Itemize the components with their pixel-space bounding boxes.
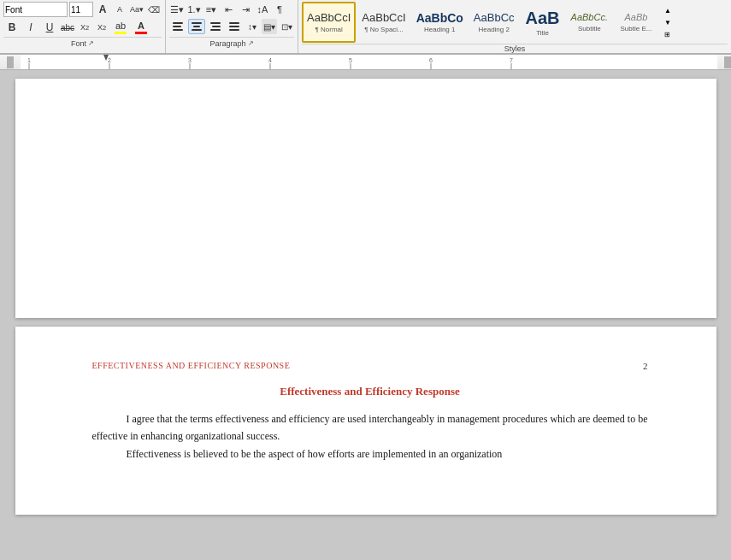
font-section-label: Font ↗ xyxy=(3,37,162,49)
style-subtle[interactable]: AaBb Subtle E... xyxy=(614,2,658,43)
page-2-content: EFFECTIVENESS AND EFFICIENCY RESPONSE 2 … xyxy=(15,327,716,515)
underline-button[interactable]: U xyxy=(41,19,58,36)
decrease-indent-button[interactable]: ⇤ xyxy=(221,2,236,17)
multilevel-button[interactable]: ≡▾ xyxy=(203,2,219,17)
align-right-button[interactable] xyxy=(207,19,224,34)
styles-section-label: Styles xyxy=(302,44,728,53)
page-number: 2 xyxy=(643,361,648,371)
style-title-preview: AaB xyxy=(526,8,560,28)
shading-button[interactable]: ▤▾ xyxy=(262,19,277,34)
increase-indent-button[interactable]: ⇥ xyxy=(238,2,253,17)
clear-format-button[interactable]: ⌫ xyxy=(146,2,162,17)
borders-button[interactable]: ⊡▾ xyxy=(279,19,294,34)
styles-row: AaBbCcI ¶ Normal AaBbCcI ¶ No Spaci... A… xyxy=(302,2,728,43)
italic-button[interactable]: I xyxy=(22,19,39,36)
style-normal[interactable]: AaBbCcI ¶ Normal xyxy=(302,2,356,43)
para-row1: ☰▾ 1.▾ ≡▾ ⇤ ⇥ ↕A ¶ xyxy=(169,2,294,17)
styles-scroll: ▲ ▼ ⊞ xyxy=(660,2,675,43)
font-color-button[interactable]: A xyxy=(132,20,150,35)
doc-paragraph-1: I agree that the terms effectiveness and… xyxy=(92,410,648,445)
style-heading1[interactable]: AaBbCo Heading 1 xyxy=(412,2,468,43)
style-title[interactable]: AaB Title xyxy=(521,2,565,43)
highlight-button[interactable]: ab xyxy=(111,20,130,35)
doc-body: I agree that the terms effectiveness and… xyxy=(92,410,648,463)
ribbon: A A Aa▾ ⌫ B I U abc X2 X2 ab A xyxy=(0,0,731,70)
svg-text:1: 1 xyxy=(27,57,31,63)
sort-button[interactable]: ↕A xyxy=(255,2,270,17)
font-size-input[interactable] xyxy=(69,2,93,17)
para-row2: ↕▾ ▤▾ ⊡▾ xyxy=(169,19,294,34)
show-marks-button[interactable]: ¶ xyxy=(272,2,287,17)
bold-button[interactable]: B xyxy=(3,19,21,36)
style-nospace[interactable]: AaBbCcI ¶ No Spaci... xyxy=(357,2,410,43)
svg-text:6: 6 xyxy=(429,57,433,63)
page-2: EFFECTIVENESS AND EFFICIENCY RESPONSE 2 … xyxy=(15,327,716,515)
svg-text:4: 4 xyxy=(268,57,272,63)
para-expand-icon[interactable]: ↗ xyxy=(248,39,254,47)
strikethrough-button[interactable]: abc xyxy=(60,20,75,35)
doc-header: EFFECTIVENESS AND EFFICIENCY RESPONSE 2 xyxy=(92,361,648,371)
style-normal-preview: AaBbCcI xyxy=(307,11,351,25)
font-row1: A A Aa▾ ⌫ xyxy=(3,2,162,17)
style-nospace-preview: AaBbCcI xyxy=(362,11,405,25)
ruler: 1 2 3 4 5 6 7 xyxy=(0,55,731,70)
svg-text:5: 5 xyxy=(349,57,352,63)
styles-scroll-down[interactable]: ▼ xyxy=(662,17,674,27)
line-spacing-button[interactable]: ↕▾ xyxy=(245,19,260,34)
font-row2: B I U abc X2 X2 ab A xyxy=(3,19,162,36)
styles-section: AaBbCcI ¶ Normal AaBbCcI ¶ No Spaci... A… xyxy=(298,0,731,53)
subscript-button[interactable]: X2 xyxy=(77,20,92,35)
superscript-button[interactable]: X2 xyxy=(94,20,109,35)
header-title: EFFECTIVENESS AND EFFICIENCY RESPONSE xyxy=(92,361,291,370)
align-center-button[interactable] xyxy=(188,19,205,34)
doc-paragraph-2: Effectiveness is believed to be the aspe… xyxy=(92,445,648,463)
ribbon-main: A A Aa▾ ⌫ B I U abc X2 X2 ab A xyxy=(0,0,731,55)
page-1 xyxy=(15,79,716,318)
style-subtitle[interactable]: AaBbCc. Subtitle xyxy=(567,2,612,43)
styles-expand[interactable]: ⊞ xyxy=(662,29,674,39)
styles-scroll-up[interactable]: ▲ xyxy=(662,5,674,15)
style-subtitle-preview: AaBbCc. xyxy=(571,12,608,23)
bullets-button[interactable]: ☰▾ xyxy=(169,2,185,17)
numbering-button[interactable]: 1.▾ xyxy=(186,2,202,17)
paragraph-section: ☰▾ 1.▾ ≡▾ ⇤ ⇥ ↕A ¶ xyxy=(166,0,298,53)
style-heading2[interactable]: AaBbCc Heading 2 xyxy=(469,2,519,43)
shrink-font-button[interactable]: A xyxy=(112,2,127,17)
align-left-button[interactable] xyxy=(169,19,186,34)
style-h1-preview: AaBbCo xyxy=(416,11,463,26)
document-area: EFFECTIVENESS AND EFFICIENCY RESPONSE 2 … xyxy=(0,70,731,560)
svg-text:3: 3 xyxy=(188,57,192,63)
doc-main-title: Effectiveness and Efficiency Response xyxy=(92,385,648,398)
style-subtle-preview: AaBb xyxy=(625,12,648,23)
font-section: A A Aa▾ ⌫ B I U abc X2 X2 ab A xyxy=(0,0,166,53)
font-name-input[interactable] xyxy=(3,2,68,17)
svg-text:7: 7 xyxy=(510,57,513,63)
ruler-inner: 1 2 3 4 5 6 7 xyxy=(21,55,717,69)
style-h2-preview: AaBbCc xyxy=(474,11,515,25)
svg-text:2: 2 xyxy=(108,57,111,63)
font-expand-icon[interactable]: ↗ xyxy=(88,39,94,47)
justify-button[interactable] xyxy=(226,19,243,34)
paragraph-section-label: Paragraph ↗ xyxy=(169,37,294,49)
grow-font-button[interactable]: A xyxy=(95,2,110,17)
change-case-button[interactable]: Aa▾ xyxy=(129,2,144,17)
